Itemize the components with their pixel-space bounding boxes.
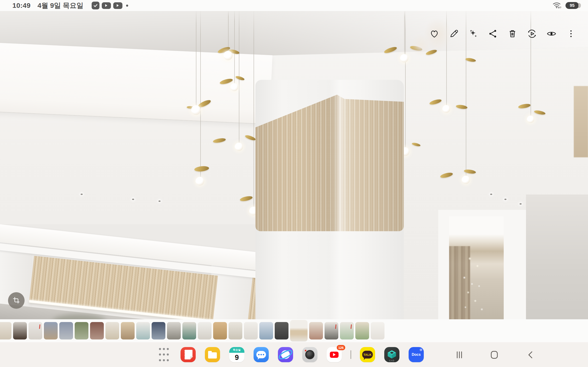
filmstrip-thumbnail[interactable] — [136, 322, 150, 340]
heart-icon — [429, 29, 439, 40]
gold-leaf-disc — [240, 195, 253, 202]
crop-icon — [12, 296, 20, 305]
calendar-app[interactable]: 목요일9 — [229, 347, 244, 362]
kakaotalk-app[interactable]: TALK — [360, 347, 375, 362]
light-bulb — [224, 51, 233, 60]
glitter-lights — [449, 216, 504, 322]
edit-button[interactable] — [449, 29, 459, 39]
nav-home-button[interactable] — [489, 348, 500, 362]
kakao-bubble-icon: TALK — [362, 351, 373, 359]
battery-cap — [578, 3, 581, 8]
mezzanine — [0, 224, 261, 322]
filmstrip-thumbnail[interactable] — [121, 322, 135, 340]
youtube-play-icon — [330, 352, 338, 358]
notification-icons — [92, 2, 128, 9]
camera-app[interactable] — [302, 347, 317, 362]
nav-back-button[interactable] — [525, 348, 536, 362]
battery-percent: 95 — [570, 3, 574, 8]
filmstrip-thumbnail[interactable] — [244, 322, 258, 340]
camera-lens-icon — [305, 350, 314, 359]
pendant-cord — [404, 11, 405, 54]
thumbnail-annotation — [335, 324, 337, 329]
motion-play-icon — [527, 29, 537, 40]
light-bulb — [191, 105, 201, 115]
recessed-light — [519, 203, 522, 205]
filmstrip-thumbnail[interactable] — [325, 322, 338, 340]
filmstrip-thumbnail[interactable] — [229, 322, 242, 340]
calendar-day: 9 — [229, 353, 244, 362]
filmstrip-thumbnail[interactable] — [0, 322, 11, 340]
filmstrip-thumbnail[interactable] — [309, 322, 323, 340]
filmstrip-thumbnail[interactable] — [259, 322, 273, 340]
filmstrip-thumbnail[interactable] — [167, 322, 181, 340]
status-bar[interactable]: 10:49 4월 9일 목요일 95 — [0, 0, 588, 11]
filmstrip-thumbnail[interactable] — [182, 322, 196, 340]
more-options-button[interactable] — [566, 29, 576, 39]
remaster-button[interactable] — [468, 29, 478, 39]
pendant-cord — [228, 11, 229, 51]
recents-icon — [455, 350, 464, 360]
favorite-button[interactable] — [429, 29, 439, 39]
show-in-view-button[interactable] — [546, 29, 556, 39]
share-icon — [488, 29, 498, 40]
filmstrip-thumbnail[interactable] — [198, 322, 212, 340]
gold-leaf-disc — [518, 103, 531, 109]
filmstrip-thumbnail[interactable] — [105, 322, 119, 340]
docs-badge-icon: ⊛ — [419, 348, 422, 351]
wifi-icon — [552, 1, 562, 10]
filmstrip-thumbnail[interactable] — [90, 322, 104, 340]
docs-label: Docs — [412, 352, 421, 357]
docs-app[interactable]: Docs⊛ — [409, 347, 424, 362]
app-drawer[interactable] — [156, 347, 171, 362]
pendant-cord — [254, 11, 254, 207]
filmstrip-thumbnail[interactable] — [213, 322, 227, 340]
filmstrip-thumbnail[interactable] — [371, 322, 384, 340]
crop-button[interactable] — [8, 292, 25, 309]
youtube-app[interactable]: 126 — [327, 347, 342, 362]
doorway — [438, 210, 526, 322]
filmstrip-thumbnail-selected[interactable] — [290, 320, 308, 342]
share-button[interactable] — [488, 29, 498, 39]
light-bulb — [235, 143, 243, 151]
filmstrip-thumbnail[interactable] — [75, 322, 88, 340]
gold-leaf-disc — [194, 166, 209, 172]
filmstrip-thumbnail[interactable] — [275, 322, 288, 340]
clock: 10:49 — [12, 2, 31, 9]
filmstrip-thumbnail[interactable] — [44, 322, 58, 340]
filmstrip-thumbnail[interactable] — [152, 322, 165, 340]
status-date: 4월 9일 목요일 — [37, 1, 83, 10]
calendar-weekday: 목요일 — [229, 347, 244, 353]
recessed-light — [490, 194, 492, 195]
filmstrip-thumbnail[interactable] — [355, 322, 369, 340]
gold-leaf-disc — [429, 98, 442, 105]
filmstrip-thumbnail[interactable] — [59, 322, 73, 340]
filmstrip-thumbnail[interactable] — [28, 322, 42, 340]
delete-button[interactable] — [507, 29, 518, 39]
doorway-opening — [449, 216, 504, 322]
messages-app[interactable] — [254, 347, 269, 362]
cad-app[interactable]: CAD — [384, 347, 399, 362]
cad-label: CAD — [384, 359, 399, 362]
right-wall — [526, 194, 588, 322]
youtube-notification-icon — [102, 2, 111, 9]
my-files-app[interactable] — [205, 347, 220, 362]
photo-action-toolbar — [429, 29, 576, 39]
recessed-light — [504, 199, 506, 200]
right-wall-shelf — [574, 86, 588, 157]
battery-indicator: 95 — [565, 2, 579, 9]
light-bulb — [442, 105, 450, 113]
motion-photo-button[interactable] — [527, 29, 537, 39]
cad-cube-icon — [386, 348, 398, 361]
filmstrip-thumbnail[interactable] — [13, 322, 27, 340]
nav-recents-button[interactable] — [454, 348, 465, 362]
column-shading — [255, 80, 404, 322]
wood-column — [255, 80, 404, 322]
youtube-notification-icon — [113, 2, 122, 9]
internet-app[interactable] — [278, 347, 293, 362]
filmstrip-thumbnail[interactable] — [340, 322, 354, 340]
notes-app[interactable] — [181, 347, 196, 362]
gold-leaf-disc — [245, 134, 256, 141]
light-bulb — [462, 176, 470, 184]
notification-badge: 126 — [337, 345, 345, 350]
photo-viewer-image[interactable] — [0, 11, 588, 322]
